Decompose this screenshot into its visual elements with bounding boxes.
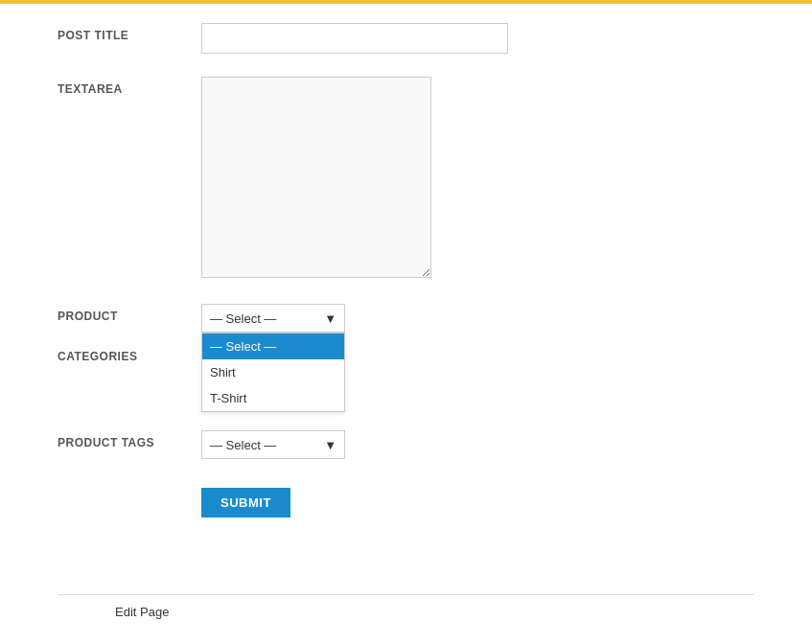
page-container: POST TITLE TEXTAREA PRODUCT CATEGORIES	[0, 0, 812, 619]
dropdown-item-tshirt[interactable]: T-Shirt	[202, 385, 344, 411]
product-tags-trigger[interactable]: — Select — ▼	[201, 430, 345, 459]
post-title-label: POST TITLE	[58, 23, 201, 42]
textarea-label: TEXTAREA	[58, 77, 201, 96]
product-categories-menu: — Select — Shirt T-Shirt	[201, 333, 345, 412]
product-categories-trigger[interactable]: — Select — ▼	[201, 304, 345, 333]
dropdown-arrow-icon: ▼	[324, 311, 336, 326]
edit-page-link[interactable]: Edit Page	[115, 605, 169, 619]
product-categories-control: — Select — ▼ — Select — Shirt T-Shirt	[201, 304, 754, 333]
product-categories-dropdown[interactable]: — Select — ▼ — Select — Shirt T-Shirt	[201, 304, 754, 333]
product-tags-dropdown[interactable]: — Select — ▼	[201, 430, 754, 459]
dropdown-item-select[interactable]: — Select —	[202, 334, 344, 359]
textarea-row: TEXTAREA	[58, 77, 754, 281]
textarea-input[interactable]	[201, 77, 431, 278]
product-tags-label: PRODUCT TAGS	[58, 430, 201, 449]
post-title-control	[201, 23, 754, 54]
product-categories-row: PRODUCT CATEGORIES — Select — ▼ — Select…	[58, 304, 754, 363]
product-tags-control: — Select — ▼	[201, 430, 754, 459]
product-tags-trigger-text: — Select —	[210, 438, 276, 452]
post-title-row: POST TITLE	[58, 23, 754, 54]
dropdown-item-shirt[interactable]: Shirt	[202, 359, 344, 385]
dropdown-spacer	[58, 363, 754, 430]
product-categories-trigger-text: — Select —	[210, 311, 276, 326]
textarea-control	[201, 77, 754, 281]
form-wrapper: POST TITLE TEXTAREA PRODUCT CATEGORIES	[0, 4, 812, 594]
product-tags-row: PRODUCT TAGS — Select — ▼	[58, 430, 754, 459]
submit-row: SUBMIT	[58, 488, 754, 518]
product-tags-arrow-icon: ▼	[324, 438, 336, 452]
submit-button[interactable]: SUBMIT	[201, 488, 290, 518]
product-label: PRODUCT CATEGORIES	[58, 304, 201, 363]
post-title-input[interactable]	[201, 23, 508, 54]
edit-page-section: Edit Page	[58, 594, 754, 619]
